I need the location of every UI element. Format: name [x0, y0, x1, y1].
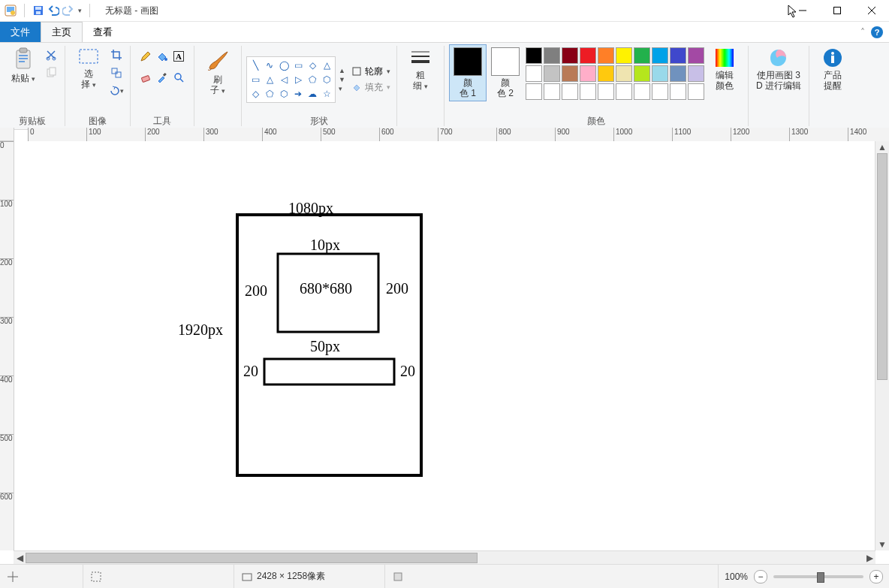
product-alert-button[interactable]: 产品 提醒 — [814, 44, 851, 91]
palette-color[interactable] — [616, 65, 632, 82]
horizontal-scrollbar[interactable]: ◀ ▶ — [14, 550, 875, 565]
ribbon-tabs: 文件 主页 查看 ˄ ? — [0, 22, 889, 42]
color1-button[interactable]: 颜 色 1 — [449, 44, 487, 101]
palette-color[interactable] — [688, 47, 704, 64]
scroll-up-icon[interactable]: ▲ — [875, 141, 889, 153]
color2-button[interactable]: 颜 色 2 — [487, 44, 524, 98]
palette-color[interactable] — [580, 83, 596, 100]
palette-color[interactable] — [652, 65, 668, 82]
palette-color[interactable] — [598, 83, 614, 100]
palette-color[interactable] — [580, 65, 596, 82]
svg-rect-7 — [834, 8, 841, 14]
rotate-icon[interactable]: ▾ — [109, 83, 124, 98]
palette-color[interactable] — [598, 47, 614, 64]
palette-color[interactable] — [544, 65, 560, 82]
edit-colors-button[interactable]: 编辑 颜色 — [706, 44, 743, 91]
ribbon: 粘贴 ▾ 剪贴板 选 择 ▾ ▾ 图像 — [0, 42, 889, 130]
group-label: 形状 — [310, 114, 328, 129]
resize-icon[interactable] — [109, 65, 124, 80]
svg-point-2 — [11, 11, 15, 15]
shape-fill-button[interactable]: 填充▾ — [351, 81, 390, 94]
brush-button[interactable]: 刷 子 ▾ — [199, 44, 237, 96]
scroll-left-icon[interactable]: ◀ — [14, 551, 26, 565]
svg-rect-42 — [92, 572, 101, 581]
zoom-in-button[interactable]: + — [869, 570, 883, 583]
palette-color[interactable] — [634, 47, 650, 64]
svg-rect-4 — [35, 7, 41, 10]
scroll-down-icon[interactable]: ▼ — [875, 538, 889, 550]
palette-color[interactable] — [562, 47, 578, 64]
collapse-ribbon-icon[interactable]: ˄ — [860, 27, 865, 38]
status-zoom: 100% − + — [719, 570, 889, 583]
eraser-icon[interactable] — [138, 70, 153, 85]
ruler-tick: 0 — [0, 141, 14, 149]
shapes-gallery[interactable]: ╲∿◯▭◇△ ▭△◁▷⬠⬡ ◇⬠⬡➔☁☆ — [246, 56, 336, 103]
minimize-button[interactable] — [785, 0, 820, 21]
scroll-thumb[interactable] — [26, 553, 478, 563]
maximize-button[interactable] — [820, 0, 854, 21]
palette-color[interactable] — [544, 47, 560, 64]
palette-color[interactable] — [562, 83, 578, 100]
eyedropper-icon[interactable] — [155, 70, 170, 85]
cut-icon[interactable] — [44, 47, 59, 62]
copy-icon[interactable] — [44, 65, 59, 80]
ruler-tick: 600 — [379, 128, 394, 141]
group-label: 图像 — [89, 114, 107, 129]
select-button[interactable]: 选 择 ▾ — [70, 44, 107, 90]
status-cursor — [0, 565, 83, 588]
palette-color[interactable] — [544, 83, 560, 100]
palette-color[interactable] — [688, 65, 704, 82]
palette-color[interactable] — [562, 65, 578, 82]
palette-color[interactable] — [526, 65, 542, 82]
shapes-up-icon[interactable]: ▲ — [339, 67, 345, 74]
scroll-right-icon[interactable]: ▶ — [863, 551, 875, 565]
scroll-thumb[interactable] — [877, 153, 887, 380]
paint3d-button[interactable]: 使用画图 3 D 进行编辑 — [753, 44, 804, 91]
svg-rect-26 — [163, 73, 167, 77]
text-icon[interactable]: A — [171, 49, 186, 64]
zoom-out-button[interactable]: − — [754, 570, 767, 583]
shapes-more-icon[interactable]: ▾ — [339, 85, 345, 92]
quick-launch: ▾ — [0, 4, 99, 17]
palette-color[interactable] — [580, 47, 596, 64]
canvas[interactable]: 1080px 1920px 10px 680*680 200 200 50px … — [14, 141, 875, 550]
palette-color[interactable] — [526, 83, 542, 100]
tab-home[interactable]: 主页 — [41, 22, 83, 42]
palette-color[interactable] — [526, 47, 542, 64]
palette-color[interactable] — [652, 47, 668, 64]
shapes-down-icon[interactable]: ▼ — [339, 76, 345, 83]
palette-color[interactable] — [688, 83, 704, 100]
undo-icon[interactable] — [47, 5, 59, 17]
vertical-scrollbar[interactable]: ▲ ▼ — [875, 141, 889, 550]
close-button[interactable] — [854, 0, 889, 21]
fill-icon[interactable] — [155, 49, 170, 64]
palette-color[interactable] — [616, 83, 632, 100]
pencil-icon[interactable] — [138, 49, 153, 64]
palette-color[interactable] — [634, 65, 650, 82]
thickness-button[interactable]: 粗 细 ▾ — [402, 44, 439, 92]
size-icon — [242, 571, 252, 582]
palette-color[interactable] — [670, 65, 686, 82]
palette-color[interactable] — [634, 83, 650, 100]
zoom-slider[interactable] — [773, 575, 863, 578]
paste-button[interactable]: 粘贴 ▾ — [5, 44, 42, 84]
help-icon[interactable]: ? — [871, 26, 883, 38]
palette-color[interactable] — [598, 65, 614, 82]
tab-file[interactable]: 文件 — [0, 22, 41, 42]
shape-outline-button[interactable]: 轮廓▾ — [351, 65, 390, 78]
tab-view[interactable]: 查看 — [83, 22, 123, 42]
svg-rect-44 — [394, 573, 402, 580]
ruler-tick: 900 — [555, 128, 570, 141]
crop-icon[interactable] — [109, 47, 124, 62]
ruler-tick: 600 — [0, 493, 14, 501]
save-icon[interactable] — [32, 5, 44, 17]
palette-color[interactable] — [616, 47, 632, 64]
palette-color[interactable] — [670, 83, 686, 100]
label-20-left: 20 — [243, 363, 258, 380]
magnifier-icon[interactable] — [171, 70, 186, 85]
ql-more-icon[interactable]: ▾ — [78, 7, 82, 14]
ruler-tick: 1300 — [789, 128, 808, 141]
palette-color[interactable] — [670, 47, 686, 64]
palette-color[interactable] — [652, 83, 668, 100]
redo-icon[interactable] — [62, 5, 74, 17]
